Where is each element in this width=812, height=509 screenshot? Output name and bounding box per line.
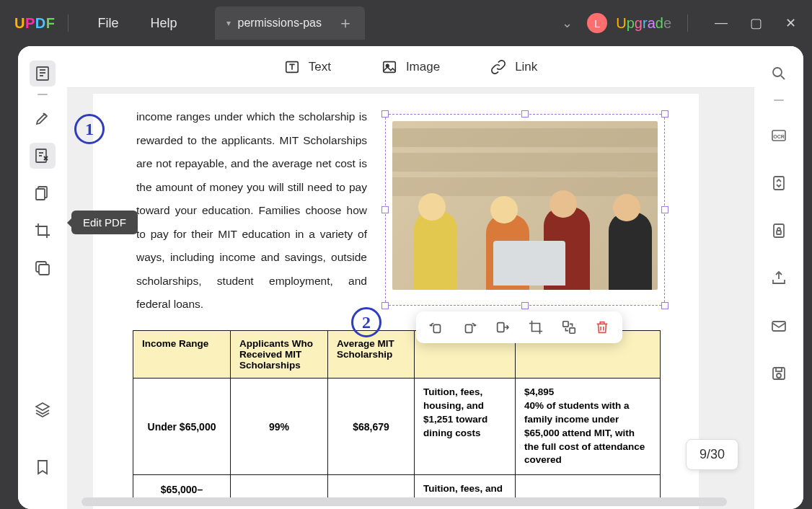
image-toolbar [416,311,622,343]
main-area: Edit PDF OCR Text Image Link income rang… [18,46,803,509]
sidebar-divider [774,99,784,101]
convert-button[interactable] [766,170,792,196]
logo-letter: P [25,15,35,31]
new-tab-button[interactable]: ＋ [337,12,353,34]
svg-rect-3 [36,189,45,200]
minimize-button[interactable]: — [714,15,728,31]
close-button[interactable]: ✕ [783,15,798,31]
svg-point-6 [773,68,782,76]
resize-handle-tr[interactable] [661,110,668,118]
reader-tool[interactable] [30,61,56,87]
share-button[interactable] [766,265,792,291]
svg-rect-22 [563,322,568,327]
bookmark-button[interactable] [30,454,56,480]
avatar: L [587,13,607,33]
upgrade-label: Upgrade [616,15,671,32]
document-tab[interactable]: ▾ permissions-pas ＋ [215,6,365,40]
app-logo: UPDF [14,15,55,32]
resize-handle-bl[interactable] [381,302,389,309]
resize-handle-mr[interactable] [661,206,668,213]
edit-pdf-tooltip: Edit PDF [71,211,138,234]
document-page: income ranges under which the scholarshi… [93,94,699,509]
protect-button[interactable] [766,218,792,244]
cell-avg: $68,679 [328,379,415,475]
ocr-button[interactable]: OCR [766,123,792,149]
left-sidebar [18,46,67,509]
email-button[interactable] [766,313,792,339]
separator [68,14,69,32]
edit-image-button[interactable]: Image [381,59,440,75]
page-counter[interactable]: 9/30 [686,439,738,470]
rotate-left-button[interactable] [428,319,445,336]
cell-range: Under $65,000 [133,379,231,475]
tabs-dropdown-icon[interactable]: ⌄ [562,15,573,31]
save-button[interactable] [766,360,792,386]
resize-handle-ml[interactable] [381,206,389,213]
logo-letter: U [14,15,25,31]
annotate-tool[interactable] [30,105,56,131]
rotate-right-button[interactable] [461,319,478,336]
svg-rect-23 [570,328,575,333]
pages-tool[interactable] [30,180,56,206]
svg-rect-9 [774,177,784,190]
menu-file[interactable]: File [97,16,118,31]
svg-rect-11 [777,231,781,234]
resize-handle-tm[interactable] [521,110,529,118]
maximize-button[interactable]: ▢ [749,15,763,31]
tab-filename: permissions-pas [238,17,322,30]
right-sidebar: OCR [754,46,803,509]
svg-rect-12 [772,322,785,331]
col-applicants: Applicants Who Received MIT Scholarships [231,331,328,379]
search-button[interactable] [766,61,792,87]
edit-toolbar: Text Image Link [67,46,754,88]
table-row: Under $65,000 99% $68,679 Tuition, fees,… [133,379,661,475]
paragraph-text: income ranges under which the scholarshi… [136,105,367,317]
edit-image-label: Image [406,60,440,74]
resize-handle-br[interactable] [661,302,668,309]
replace-image-button[interactable] [560,319,578,336]
edit-pdf-tool[interactable] [30,143,56,169]
svg-rect-17 [384,61,396,72]
svg-point-15 [777,373,781,378]
layers-button[interactable] [30,397,56,422]
col-income-range: Income Range [133,331,231,379]
resize-handle-bm[interactable] [521,302,529,309]
window-controls: — ▢ ✕ [714,15,798,31]
edit-text-label: Text [309,60,331,74]
scholarship-table: Income Range Applicants Who Received MIT… [133,330,661,504]
selection-border [385,114,665,306]
svg-rect-5 [39,265,49,275]
cell-note: $4,895 40% of students with a family inc… [516,379,661,475]
tab-chevron-icon: ▾ [226,18,231,28]
edit-link-button[interactable]: Link [490,59,537,75]
col-avg-scholarship: Average MIT Scholarship [328,331,415,379]
background-tool[interactable] [30,255,56,281]
logo-letter: F [46,15,56,31]
edit-link-label: Link [515,60,537,74]
sidebar-divider [37,94,48,95]
cell-pct: 99% [231,379,328,475]
svg-text:OCR: OCR [773,134,785,139]
annotation-2: 2 [351,307,381,337]
cell-cost: Tuition, fees, housing, and $1,251 towar… [415,379,516,475]
upgrade-button[interactable]: L Upgrade [587,13,671,33]
svg-rect-20 [466,324,472,332]
horizontal-scrollbar[interactable] [81,497,727,506]
svg-rect-0 [37,67,48,80]
svg-rect-19 [433,324,440,332]
edit-text-button[interactable]: Text [284,59,331,75]
extract-image-button[interactable] [494,319,511,336]
separator [687,14,688,32]
menu-help[interactable]: Help [150,16,177,31]
resize-handle-tl[interactable] [381,110,389,118]
svg-rect-21 [498,323,504,332]
svg-rect-14 [776,368,782,371]
selected-image[interactable] [385,114,665,306]
annotation-1: 1 [74,114,105,144]
document-canvas[interactable]: income ranges under which the scholarshi… [67,88,754,509]
crop-tool[interactable] [30,218,56,244]
logo-letter: D [35,15,46,31]
titlebar: UPDF File Help ▾ permissions-pas ＋ ⌄ L U… [0,0,812,46]
crop-image-button[interactable] [527,319,544,336]
delete-image-button[interactable] [593,319,611,336]
